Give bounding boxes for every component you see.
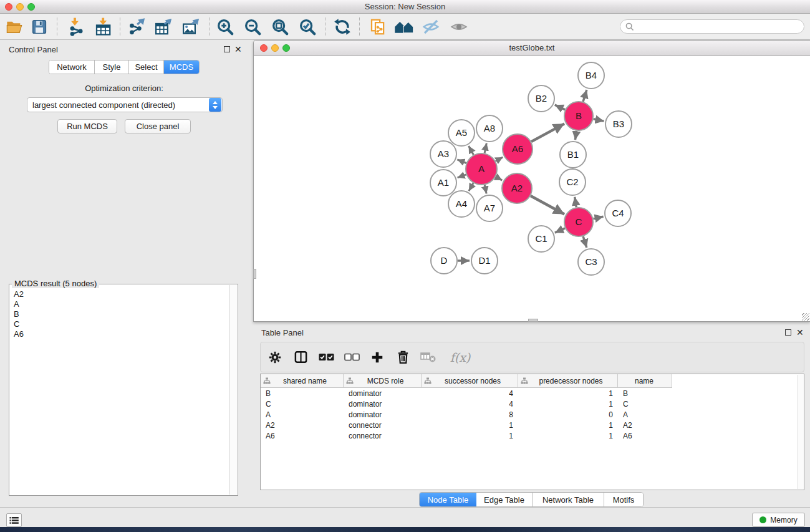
mcds-result-item[interactable]: A xyxy=(11,299,229,309)
zoom-in-icon[interactable] xyxy=(213,15,237,39)
tab-network[interactable]: Network xyxy=(49,60,95,74)
table-scrollbar[interactable] xyxy=(798,375,803,489)
hide-panels-eye-icon[interactable] xyxy=(419,15,443,39)
export-image-icon[interactable] xyxy=(179,15,203,39)
open-session-icon[interactable] xyxy=(2,15,26,39)
graph-edge-A-A2[interactable] xyxy=(496,177,502,180)
refresh-icon[interactable] xyxy=(330,15,354,39)
close-panel-button[interactable]: Close panel xyxy=(125,119,191,133)
control-panel-close-icon[interactable]: ✕ xyxy=(234,46,242,53)
graph-edge-B-B4[interactable] xyxy=(583,90,587,102)
splitpane-horizontal-grip[interactable] xyxy=(528,319,538,322)
tab-network-table[interactable]: Network Table xyxy=(533,493,604,506)
graph-edge-A2-C[interactable] xyxy=(531,196,564,215)
table-row[interactable]: Bdominator41B xyxy=(261,388,804,399)
table-cell: A xyxy=(261,409,344,420)
delete-table-icon[interactable] xyxy=(420,349,436,365)
graph-node-label-B4: B4 xyxy=(586,70,597,80)
table-row[interactable]: Cdominator41C xyxy=(261,399,804,409)
graph-edge-C-C2[interactable] xyxy=(575,197,577,208)
graph-edge-A-A3[interactable] xyxy=(457,160,466,163)
mcds-result-item[interactable]: B xyxy=(11,309,229,319)
tab-edge-table[interactable]: Edge Table xyxy=(476,493,533,506)
mcds-list-scrollbar[interactable] xyxy=(229,285,237,495)
task-history-button[interactable] xyxy=(6,513,22,527)
graph-edge-B-B1[interactable] xyxy=(575,131,576,140)
criterion-dropdown[interactable]: largest connected component (directed) xyxy=(27,97,223,112)
graph-node-label-C1: C1 xyxy=(535,233,547,244)
table-row[interactable]: Adominator80A xyxy=(261,409,804,420)
tab-select[interactable]: Select xyxy=(129,60,164,74)
network-window-titlebar[interactable]: testGlobe.txt xyxy=(254,41,810,56)
graph-edge-A-A4[interactable] xyxy=(469,183,473,191)
network-file-icon[interactable] xyxy=(366,15,390,39)
tab-mcds[interactable]: MCDS xyxy=(164,60,199,74)
mcds-result-item[interactable]: C xyxy=(11,319,229,329)
graph-edge-A-A5[interactable] xyxy=(469,146,474,155)
graph-edge-A-A8[interactable] xyxy=(485,143,486,153)
control-panel-float-icon[interactable] xyxy=(224,46,230,52)
column-type-icon xyxy=(424,377,432,385)
column-header-predecessor-nodes[interactable]: predecessor nodes xyxy=(518,374,618,388)
search-box[interactable] xyxy=(620,19,804,34)
function-builder-icon[interactable]: f(x) xyxy=(446,349,475,365)
graph-edge-B-B3[interactable] xyxy=(594,119,604,121)
graph-edge-B-B2[interactable] xyxy=(555,105,566,110)
column-header-mcds-role[interactable]: MCDS role xyxy=(344,374,422,388)
graph-node-label-B: B xyxy=(576,110,582,121)
graph-edge-A6-B[interactable] xyxy=(531,123,564,142)
table-cell: A6 xyxy=(261,430,344,441)
zoom-fit-icon[interactable] xyxy=(268,15,292,39)
table-panel-close-icon[interactable]: ✕ xyxy=(796,329,804,336)
tab-motifs[interactable]: Motifs xyxy=(604,493,643,506)
show-columns-icon[interactable] xyxy=(292,349,309,365)
optimization-criterion-label: Optimization criterion: xyxy=(0,84,248,93)
memory-button[interactable]: Memory xyxy=(752,513,805,527)
header-filler xyxy=(672,374,804,388)
delete-column-trash-icon[interactable] xyxy=(395,349,411,365)
tab-node-table[interactable]: Node Table xyxy=(420,493,476,506)
run-mcds-button[interactable]: Run MCDS xyxy=(57,119,117,133)
main-toolbar xyxy=(0,14,810,40)
table-settings-gear-icon[interactable] xyxy=(267,349,283,365)
graph-edge-C-C4[interactable] xyxy=(593,216,603,219)
save-session-icon[interactable] xyxy=(27,15,51,39)
deselect-all-checkboxes-icon[interactable] xyxy=(344,349,360,365)
table-toolbar: f(x) xyxy=(260,342,804,372)
table-panel-tabs: Node Table Edge Table Network Table Moti… xyxy=(419,492,644,507)
column-header-successor-nodes[interactable]: successor nodes xyxy=(422,374,518,388)
import-table-icon[interactable] xyxy=(91,15,115,39)
window-resize-handle[interactable] xyxy=(802,313,809,321)
import-network-icon[interactable] xyxy=(64,15,87,39)
export-table-icon[interactable] xyxy=(152,15,175,39)
dropdown-stepper-icon xyxy=(209,98,221,112)
column-header-shared-name[interactable]: shared name xyxy=(261,374,344,388)
show-eye-icon[interactable] xyxy=(447,15,471,39)
table-cell: connector xyxy=(344,420,422,430)
search-input[interactable] xyxy=(637,22,799,32)
table-cell: 1 xyxy=(518,399,618,409)
graph-node-label-A7: A7 xyxy=(484,203,495,213)
network-canvas[interactable]: B4B2BB3B1A5A8A6A3AA1A2C2A4A7C4CC1C3DD1 xyxy=(254,56,809,321)
export-network-icon[interactable] xyxy=(125,15,148,39)
zoom-out-icon[interactable] xyxy=(241,15,264,39)
graph-edge-A-A6[interactable] xyxy=(496,157,503,161)
splitpane-vertical-grip[interactable] xyxy=(253,269,256,279)
zoom-selected-icon[interactable] xyxy=(296,15,319,39)
mcds-result-item[interactable]: A2 xyxy=(11,289,229,299)
graph-edge-A-A7[interactable] xyxy=(485,185,486,193)
graph-edge-C-C1[interactable] xyxy=(555,228,565,233)
tab-style[interactable]: Style xyxy=(95,60,129,74)
add-column-plus-icon[interactable] xyxy=(369,349,385,365)
table-cell: A6 xyxy=(618,430,672,441)
table-cell: A xyxy=(618,409,672,420)
table-panel-float-icon[interactable] xyxy=(785,329,791,336)
table-row[interactable]: A2connector11A2 xyxy=(261,420,804,430)
home-icon[interactable] xyxy=(392,15,416,39)
graph-edge-A-A1[interactable] xyxy=(458,175,466,178)
mcds-result-item[interactable]: A6 xyxy=(11,329,229,339)
column-header-name[interactable]: name xyxy=(618,374,672,388)
table-row[interactable]: A6connector11A6 xyxy=(261,430,804,441)
graph-edge-C-C3[interactable] xyxy=(583,236,587,248)
select-all-checkboxes-icon[interactable] xyxy=(318,349,334,365)
